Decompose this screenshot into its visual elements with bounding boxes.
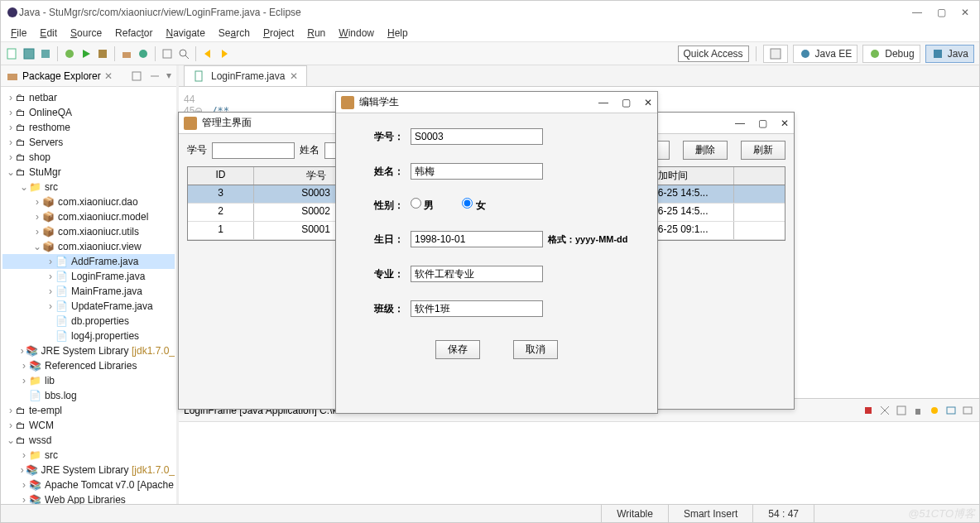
refresh-button[interactable]: 刷新 (741, 141, 785, 160)
package-explorer-title: Package Explorer (22, 70, 101, 82)
svg-rect-9 (163, 50, 171, 58)
quick-access[interactable]: Quick Access (678, 46, 749, 62)
edit-maximize[interactable]: ▢ (622, 97, 631, 108)
new-package-icon[interactable] (120, 47, 133, 60)
bug-icon (868, 47, 882, 60)
svg-rect-18 (7, 74, 17, 80)
mgmt-minimize[interactable]: — (735, 118, 745, 129)
sex-label: 性别： (361, 199, 411, 213)
svg-rect-7 (122, 52, 131, 58)
save-icon[interactable] (22, 47, 36, 60)
menu-project[interactable]: Project (258, 26, 299, 41)
editor-tab[interactable]: LoginFrame.java✕ (184, 65, 307, 86)
svg-line-11 (185, 55, 189, 59)
forward-icon[interactable] (218, 47, 231, 60)
save-button[interactable]: 保存 (435, 340, 480, 359)
svg-rect-14 (771, 49, 781, 59)
filter-name-label: 姓名 (300, 143, 319, 157)
svg-rect-23 (915, 409, 920, 415)
mgmt-close[interactable]: ✕ (781, 118, 789, 129)
sex-female[interactable]: 女 (462, 198, 492, 213)
menu-run[interactable]: Run (302, 26, 330, 41)
open-type-icon[interactable] (161, 47, 174, 60)
open-console-icon[interactable] (961, 404, 974, 417)
svg-rect-6 (98, 50, 107, 58)
edit-minimize[interactable]: — (598, 97, 608, 108)
save-all-icon[interactable] (39, 47, 52, 60)
close-button[interactable]: ✕ (961, 7, 969, 18)
svg-rect-19 (132, 72, 141, 80)
perspective-switcher-icon[interactable] (763, 45, 788, 63)
name-input[interactable] (411, 163, 543, 180)
menu-search[interactable]: Search (214, 26, 255, 41)
back-icon[interactable] (201, 47, 214, 60)
search-icon[interactable] (177, 47, 190, 60)
sid-input[interactable] (411, 128, 543, 145)
svg-point-15 (801, 50, 809, 58)
javaee-icon (799, 47, 812, 60)
package-explorer-icon (6, 70, 19, 83)
run-icon[interactable] (79, 47, 93, 60)
cancel-button[interactable]: 取消 (513, 340, 558, 359)
edit-title: 编辑学生 (359, 95, 399, 109)
menu-edit[interactable]: Edit (35, 26, 62, 41)
close-tab-icon[interactable]: ✕ (290, 70, 298, 82)
svg-rect-1 (7, 49, 16, 59)
minimize-button[interactable]: — (912, 7, 922, 18)
svg-point-8 (139, 50, 147, 58)
svg-rect-22 (897, 406, 906, 415)
svg-point-10 (180, 50, 186, 56)
scroll-lock-icon[interactable] (911, 404, 925, 417)
svg-rect-20 (195, 71, 202, 81)
filter-sid-label: 学号 (187, 143, 207, 157)
edit-student-dialog: 编辑学生 — ▢ ✕ 学号： 姓名： 性别： 男 女 生日： 格式：yyyy-M… (335, 91, 658, 414)
link-editor-icon[interactable] (148, 70, 161, 83)
sex-male[interactable]: 男 (411, 198, 440, 213)
menu-help[interactable]: Help (382, 26, 413, 41)
package-explorer: Package Explorer ✕ ▾ ›🗀netbar ›🗀OnlineQA… (1, 65, 179, 504)
clear-console-icon[interactable] (895, 404, 908, 417)
perspective-java[interactable]: Java (925, 45, 974, 63)
svg-point-24 (931, 407, 938, 414)
remove-launch-icon[interactable] (878, 404, 891, 417)
birthday-hint: 格式：yyyy-MM-dd (548, 234, 628, 244)
display-console-icon[interactable] (944, 404, 958, 417)
close-view-icon[interactable]: ✕ (104, 70, 113, 82)
mgmt-maximize[interactable]: ▢ (758, 118, 767, 129)
edit-close[interactable]: ✕ (644, 97, 652, 108)
menu-window[interactable]: Window (334, 26, 379, 41)
major-label: 专业： (361, 267, 411, 281)
maximize-button[interactable]: ▢ (937, 7, 946, 18)
main-toolbar: Quick Access Java EE Debug Java (1, 42, 979, 65)
svg-marker-12 (204, 50, 210, 58)
view-menu-icon[interactable]: ▾ (166, 70, 171, 83)
java-app-icon (341, 96, 354, 109)
collapse-all-icon[interactable] (130, 70, 143, 83)
ext-tools-icon[interactable] (96, 47, 109, 60)
birthday-input[interactable] (411, 231, 543, 247)
statusbar: Writable Smart Insert 54 : 47 (1, 504, 979, 522)
svg-rect-17 (934, 50, 942, 58)
status-writable: Writable (601, 505, 668, 522)
new-icon[interactable] (6, 47, 19, 60)
console[interactable] (179, 421, 979, 504)
java-app-icon (184, 117, 197, 130)
delete-button[interactable]: 删除 (683, 141, 728, 160)
menu-source[interactable]: Source (65, 26, 107, 41)
watermark: @51CTO博客 (908, 506, 975, 521)
sid-label: 学号： (361, 130, 411, 144)
pin-console-icon[interactable] (928, 404, 941, 417)
terminate-icon[interactable] (862, 404, 875, 417)
class-input[interactable] (411, 300, 543, 317)
menu-navigate[interactable]: Navigate (161, 26, 209, 41)
perspective-debug[interactable]: Debug (862, 45, 920, 63)
new-class-icon[interactable] (137, 47, 150, 60)
project-tree[interactable]: ›🗀netbar ›🗀OnlineQA ›🗀resthome ›🗀Servers… (1, 87, 176, 504)
major-input[interactable] (411, 266, 543, 282)
debug-icon[interactable] (63, 47, 76, 60)
menu-file[interactable]: File (6, 26, 31, 41)
eclipse-icon (6, 6, 19, 19)
menu-refactor[interactable]: Refactor (110, 26, 157, 41)
perspective-javaee[interactable]: Java EE (793, 45, 858, 63)
filter-sid-input[interactable] (212, 142, 295, 159)
